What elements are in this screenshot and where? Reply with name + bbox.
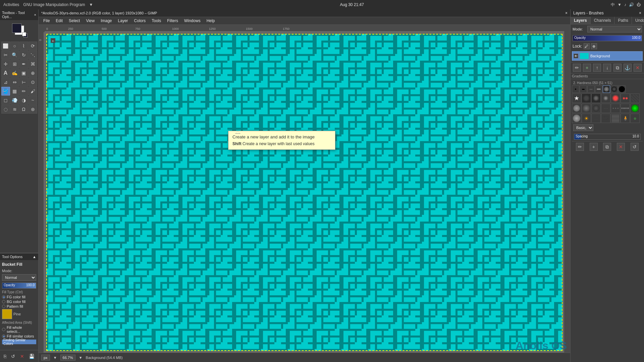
zoom-dropdown[interactable]: ▼ xyxy=(79,356,83,360)
tool-airbrush[interactable]: 💨 xyxy=(10,96,19,105)
layer-delete-btn[interactable]: ✕ xyxy=(634,64,642,72)
unit-dropdown[interactable]: ▼ xyxy=(53,356,57,360)
lock-pixels-btn[interactable]: 🖊 xyxy=(584,43,590,49)
brush-smoke3[interactable] xyxy=(601,94,610,103)
tool-warp[interactable]: ≋ xyxy=(10,105,19,114)
brush-scatter2[interactable]: ✦✦✦ xyxy=(611,104,620,113)
brush-smoke2[interactable] xyxy=(591,94,601,103)
tool-delete-btn[interactable]: ✕ xyxy=(20,354,24,359)
menu-file[interactable]: File xyxy=(41,18,52,24)
pattern-preview[interactable] xyxy=(2,309,12,319)
brush-duplicate-btn[interactable]: ⧉ xyxy=(603,143,611,151)
tool-options-collapse[interactable]: ▲ xyxy=(33,255,36,259)
tool-eraser[interactable]: ◻ xyxy=(1,96,10,105)
brush-texture1[interactable] xyxy=(630,94,640,103)
tool-iscissors[interactable]: ⌘ xyxy=(29,60,37,68)
brush-green1[interactable] xyxy=(630,104,640,113)
tool-align[interactable]: ⊞ xyxy=(10,60,19,68)
power-icon[interactable]: ⏻ xyxy=(637,2,641,7)
menu-help[interactable]: Help xyxy=(204,18,218,24)
tool-measure[interactable]: ⊢ xyxy=(19,78,28,86)
lock-position-btn[interactable]: ⊕ xyxy=(591,43,597,49)
brush-scatter4[interactable]: ⁙⁘⁖⁘⁙⁗ xyxy=(601,114,610,123)
layer-opacity-bar[interactable]: Opacity 100.0 xyxy=(573,35,642,41)
menu-select[interactable]: Select xyxy=(66,18,83,24)
fill-fg-radio[interactable]: FG color fill xyxy=(2,295,36,299)
brush-smoke1[interactable] xyxy=(582,94,591,103)
tool-color-picker[interactable]: ⊙ xyxy=(29,78,37,86)
tool-paintbrush[interactable]: 🖌 xyxy=(29,87,37,96)
tool-bucket-fill[interactable]: 🪣 xyxy=(1,87,10,96)
brush-6[interactable] xyxy=(610,85,618,93)
color-swatches[interactable] xyxy=(11,23,28,38)
tool-convolve[interactable]: ◌ xyxy=(1,105,10,114)
right-panel-close-btn[interactable]: × xyxy=(639,11,641,15)
brush-scatter3[interactable]: ∴∵∷∵∷∴ xyxy=(591,114,601,123)
layer-item-background[interactable]: 👁 Background xyxy=(572,51,643,61)
tool-heal[interactable]: ⊕ xyxy=(29,69,37,77)
tool-clone[interactable]: ▣ xyxy=(19,69,28,77)
menu-edit[interactable]: Edit xyxy=(53,18,65,24)
tool-flip[interactable]: ⇔ xyxy=(10,78,19,86)
layer-raise-btn[interactable]: ↑ xyxy=(593,64,601,72)
zoom-level[interactable]: 66.7% xyxy=(60,355,75,361)
brush-round1[interactable] xyxy=(572,104,581,113)
tool-ellipse-select[interactable]: ○ xyxy=(10,42,19,50)
layer-lower-btn[interactable]: ↓ xyxy=(603,64,611,72)
canvas-scroll-area[interactable]: ▸ xyxy=(45,32,564,353)
mode-dropdown[interactable]: Normal xyxy=(2,274,36,281)
layer-duplicate-btn[interactable]: ⧉ xyxy=(613,64,622,72)
brush-soft1[interactable] xyxy=(572,114,581,123)
tool-crop[interactable]: ✂ xyxy=(1,51,10,59)
gimp-close-btn[interactable]: × xyxy=(565,11,568,15)
brush-4[interactable] xyxy=(595,85,602,93)
spacing-bar[interactable]: Spacing 10.0 xyxy=(574,134,641,140)
brush-3[interactable] xyxy=(587,85,595,93)
tool-extra[interactable]: ⊛ xyxy=(29,105,37,114)
gradients-tab-label[interactable]: Gradients xyxy=(572,74,588,78)
app-menu-arrow[interactable]: ▼ xyxy=(89,2,93,7)
brush-line1[interactable] xyxy=(621,104,630,113)
activities-btn[interactable]: Activities xyxy=(3,2,19,7)
tab-undo[interactable]: Undo xyxy=(632,17,644,24)
menu-tools[interactable]: Tools xyxy=(149,18,164,24)
fg-color-swatch[interactable] xyxy=(12,23,21,33)
layer-anchor-btn[interactable]: ⚓ xyxy=(624,64,632,72)
brush-hatch1[interactable] xyxy=(611,114,620,123)
tool-smudge[interactable]: ~ xyxy=(29,96,37,105)
tool-rotate[interactable]: ↻ xyxy=(19,51,28,59)
toolbox-close-btn[interactable]: × xyxy=(34,13,36,17)
tab-channels[interactable]: Channels xyxy=(591,17,615,24)
brush-scatter1[interactable]: · · · xyxy=(601,104,610,113)
layer-visibility-eye[interactable]: 👁 xyxy=(574,54,578,58)
tab-layers[interactable]: Layers xyxy=(571,17,591,24)
brush-new-btn[interactable]: + xyxy=(590,143,598,151)
fill-similar-radio[interactable]: Fill similar colors xyxy=(2,334,36,338)
opacity-bar[interactable]: Opacity 100.0 xyxy=(2,283,36,289)
layer-add-btn[interactable]: + xyxy=(583,64,591,72)
brush-category-select[interactable]: Basic, xyxy=(573,124,593,131)
tool-path[interactable]: ✒ xyxy=(19,60,28,68)
tool-save-btn[interactable]: 💾 xyxy=(29,354,35,359)
brush-2[interactable] xyxy=(580,85,587,93)
tool-perspective[interactable]: ⊿ xyxy=(1,78,10,86)
tab-paths[interactable]: Paths xyxy=(614,17,632,24)
menu-view[interactable]: View xyxy=(83,18,97,24)
tool-restore-btn[interactable]: ↺ xyxy=(11,354,15,359)
brush-refresh-btn[interactable]: ↺ xyxy=(631,143,639,151)
menu-filters[interactable]: Filters xyxy=(164,18,181,24)
unit-selector[interactable]: px xyxy=(41,355,50,361)
tool-presets-btn[interactable]: ⎘ xyxy=(4,354,6,359)
brush-delete-btn[interactable]: ✕ xyxy=(617,143,625,151)
tool-shear[interactable]: ⋱ xyxy=(29,51,37,59)
layer-mode-select[interactable]: Normal xyxy=(587,26,642,33)
tool-pencil[interactable]: ✏ xyxy=(19,87,28,96)
brush-edit-btn[interactable]: ✏ xyxy=(576,143,584,151)
tool-magnify[interactable]: 🔍 xyxy=(10,51,19,59)
brush-dots1[interactable] xyxy=(611,94,620,103)
menu-colors[interactable]: Colors xyxy=(131,18,149,24)
fill-whole-radio[interactable]: Fill whole selecti... xyxy=(2,325,36,334)
tool-dodge-burn[interactable]: ◑ xyxy=(19,96,28,105)
brush-person1[interactable]: 🧍 xyxy=(621,114,630,123)
menu-windows[interactable]: Windows xyxy=(181,18,203,24)
